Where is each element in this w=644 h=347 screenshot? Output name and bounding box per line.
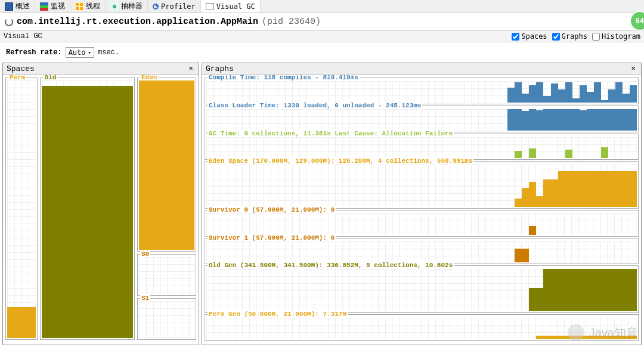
space-s1: S1 — [137, 298, 196, 340]
space-old: Old — [40, 78, 134, 340]
space-perm-chart — [7, 80, 36, 338]
graph-gc: GC Time: 9 collections, 11.361s Last Cau… — [205, 134, 639, 160]
chevron-down-icon: ▾ — [88, 49, 91, 55]
graph-classloader-label: Class Loader Time: 1330 loaded, 0 unload… — [208, 102, 422, 109]
tab-bar: 概述 监视 线程 抽样器 Profiler Visual GC — [0, 0, 644, 13]
process-title-row: com.intellij.rt.execution.application.Ap… — [0, 13, 644, 30]
check-spaces[interactable]: Spaces — [512, 32, 547, 41]
graph-s0-chart — [206, 213, 637, 235]
graph-s0: Survivor 0 (57.000M, 21.000M): 0 — [205, 210, 639, 237]
space-s1-chart — [139, 301, 194, 338]
spaces-pane: Spaces × Perm Old Eden — [2, 63, 199, 345]
graph-compile: Compile Time: 118 compiles - 819.419ms — [205, 78, 639, 104]
refresh-row: Refresh rate: Auto ▾ msec. — [0, 42, 644, 63]
graph-classloader-chart — [206, 109, 637, 131]
graphs-pane: Graphs × Compile Time: 118 compiles - 81… — [202, 63, 642, 345]
sampler-icon — [110, 2, 119, 11]
graphs-title: Graphs — [206, 64, 234, 73]
spaces-title: Spaces — [7, 64, 35, 73]
refresh-label: Refresh rate: — [6, 48, 62, 57]
close-icon[interactable]: × — [187, 64, 195, 73]
watermark: Java知音 — [568, 324, 638, 341]
graph-eden-chart — [206, 165, 637, 207]
graphs-header: Graphs × — [202, 63, 641, 75]
space-old-chart — [42, 80, 132, 338]
check-histogram[interactable]: Histogram — [592, 32, 640, 41]
space-s0-chart — [139, 257, 194, 294]
graph-compile-chart — [206, 81, 637, 103]
process-class: com.intellij.rt.execution.application.Ap… — [17, 17, 258, 27]
refresh-combo[interactable]: Auto ▾ — [66, 47, 94, 58]
loading-spinner-icon — [5, 18, 13, 26]
view-checks: Spaces Graphs Histogram — [512, 32, 640, 41]
graph-oldgen-label: Old Gen (341.500M, 341.500M): 336.852M, … — [208, 262, 454, 269]
graph-s0-label: Survivor 0 (57.000M, 21.000M): 0 — [208, 206, 336, 213]
main-split: Spaces × Perm Old Eden — [0, 63, 644, 347]
watermark-logo-icon — [568, 324, 584, 341]
check-graphs[interactable]: Graphs — [552, 32, 587, 41]
watermark-text: Java知音 — [589, 325, 638, 341]
tab-visualgc[interactable]: Visual GC — [201, 0, 261, 13]
graph-s1-chart — [206, 241, 637, 263]
tab-threads[interactable]: 线程 — [70, 0, 106, 13]
tab-overview[interactable]: 概述 — [0, 0, 35, 13]
space-s0: S0 — [137, 254, 196, 296]
graph-eden-label: Eden Space (170.000M, 129.000M): 126.280… — [208, 157, 473, 165]
graph-permgen-label: Perm Gen (50.000M, 21.000M): 7.317M — [208, 311, 348, 318]
spaces-body: Perm Old Eden S0 — [3, 75, 199, 345]
spaces-header: Spaces × — [3, 63, 199, 75]
tab-profiler[interactable]: Profiler — [148, 0, 201, 13]
graph-gc-label: GC Time: 9 collections, 11.361s Last Cau… — [208, 130, 454, 137]
visualgc-icon — [206, 3, 214, 10]
monitor-icon — [40, 2, 48, 11]
graphs-body: Compile Time: 118 compiles - 819.419msCl… — [202, 75, 641, 345]
graph-eden: Eden Space (170.000M, 129.000M): 126.280… — [205, 161, 639, 209]
graph-oldgen: Old Gen (341.500M, 341.500M): 336.852M, … — [205, 265, 639, 313]
tab-monitor[interactable]: 监视 — [35, 0, 70, 13]
threads-icon — [75, 2, 83, 11]
close-icon[interactable]: × — [629, 64, 637, 73]
graph-oldgen-chart — [206, 269, 637, 311]
graph-compile-label: Compile Time: 118 compiles - 819.419ms — [208, 75, 360, 81]
panel-header: Visual GC Spaces Graphs Histogram — [0, 30, 644, 42]
graph-gc-chart — [206, 137, 637, 159]
space-perm: Perm — [5, 78, 38, 340]
graph-s1-label: Survivor 1 (57.000M, 21.000M): 0 — [208, 234, 336, 241]
overview-icon — [5, 2, 13, 11]
tab-sampler[interactable]: 抽样器 — [106, 0, 148, 13]
space-eden: Eden — [137, 78, 196, 252]
graph-classloader: Class Loader Time: 1330 loaded, 0 unload… — [205, 106, 639, 132]
profiler-icon — [153, 4, 159, 10]
process-pid: (pid 23640) — [262, 17, 321, 27]
panel-name: Visual GC — [4, 32, 42, 41]
space-eden-chart — [139, 80, 194, 250]
refresh-unit: msec. — [98, 48, 119, 57]
graph-s1: Survivor 1 (57.000M, 21.000M): 0 — [205, 238, 639, 265]
